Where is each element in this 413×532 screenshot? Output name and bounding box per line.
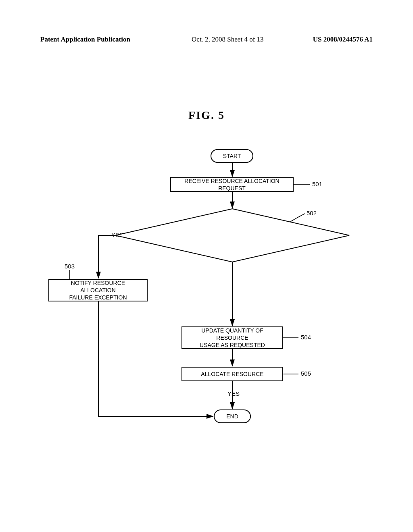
figure-title: FIG. 5 — [0, 109, 413, 122]
flowchart: START RECEIVE RESOURCE ALLOCATION REQUES… — [40, 149, 373, 439]
step-505-text: ALLOCATE RESOURCE — [201, 370, 263, 378]
ref-505: 505 — [301, 370, 311, 377]
start-terminator: START — [211, 149, 253, 163]
step-505: ALLOCATE RESOURCE — [181, 367, 283, 381]
step-504-text: UPDATE QUANTITY OF RESOURCE USAGE AS REQ… — [186, 327, 278, 349]
decision-502-text: ( REQUESTED QUANTITY OF RESOURCE USAGE +… — [145, 221, 321, 254]
step-501: RECEIVE RESOURCE ALLOCATION REQUEST — [170, 177, 294, 192]
ref-501: 501 — [312, 181, 322, 187]
step-503: NOTIFY RESOURCE ALLOCATION FAILURE EXCEP… — [48, 279, 148, 301]
ref-503: 503 — [65, 263, 75, 270]
yes-bottom-label: YES — [227, 390, 240, 397]
step-503-text: NOTIFY RESOURCE ALLOCATION FAILURE EXCEP… — [53, 279, 143, 301]
ref-504: 504 — [301, 334, 311, 341]
header-right: US 2008/0244576 A1 — [313, 35, 373, 44]
start-label: START — [223, 152, 241, 160]
ref-502: 502 — [307, 210, 317, 216]
yes-left-label: YES — [111, 231, 123, 238]
step-504: UPDATE QUANTITY OF RESOURCE USAGE AS REQ… — [181, 326, 283, 349]
end-terminator: END — [214, 409, 251, 423]
page-header: Patent Application Publication Oct. 2, 2… — [40, 35, 373, 44]
header-left: Patent Application Publication — [40, 35, 130, 44]
end-label: END — [226, 413, 238, 420]
step-501-text: RECEIVE RESOURCE ALLOCATION REQUEST — [175, 177, 289, 192]
header-center: Oct. 2, 2008 Sheet 4 of 13 — [179, 35, 263, 44]
